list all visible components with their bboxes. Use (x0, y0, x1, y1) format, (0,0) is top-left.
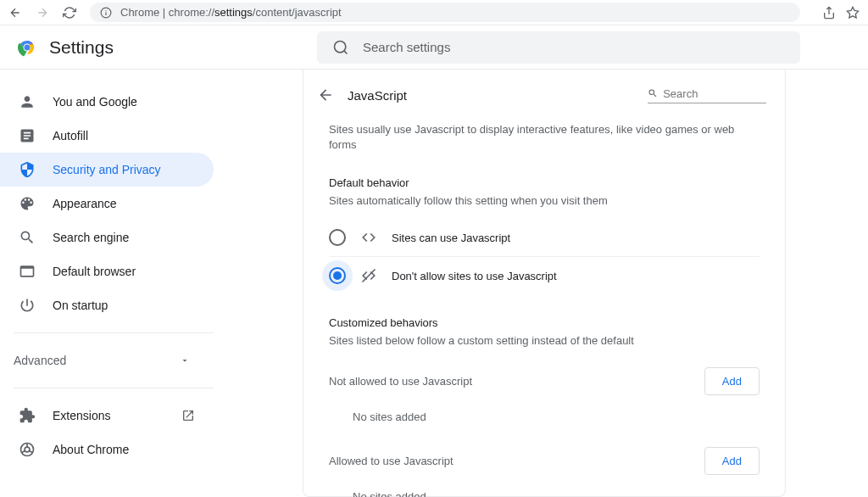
not-allowed-empty: No sites added (329, 404, 760, 438)
sidebar-extensions[interactable]: Extensions (0, 399, 214, 433)
sidebar-item-search-engine[interactable]: Search engine (0, 221, 214, 254)
not-allowed-label: Not allowed to use Javascript (329, 375, 472, 388)
sidebar-item-label: On startup (53, 299, 108, 312)
extension-icon (19, 407, 36, 424)
sidebar-item-security-privacy[interactable]: Security and Privacy (0, 153, 214, 187)
default-behavior-sub: Sites automatically follow this setting … (329, 194, 760, 219)
svg-rect-2 (105, 12, 106, 15)
reload-button[interactable] (63, 6, 76, 20)
search-icon (332, 39, 349, 56)
default-behavior-title: Default behavior (329, 171, 760, 194)
person-icon (19, 93, 36, 110)
forward-button[interactable] (36, 6, 49, 20)
customized-behaviors-sub: Sites listed below follow a custom setti… (329, 334, 760, 359)
palette-icon (19, 195, 36, 212)
customized-behaviors-title: Customized behaviors (329, 311, 760, 334)
page-description: Sites usually use Javascript to display … (329, 120, 760, 171)
add-not-allowed-button[interactable]: Add (704, 367, 760, 395)
radio-checked-icon (329, 267, 346, 284)
open-external-icon (181, 409, 195, 422)
sidebar-item-label: Autofill (53, 129, 88, 142)
sidebar-item-appearance[interactable]: Appearance (0, 187, 214, 221)
shield-icon (19, 161, 36, 178)
code-icon (361, 230, 376, 245)
content-search-input[interactable] (663, 87, 766, 100)
allowed-row: Allowed to use Javascript Add (329, 438, 760, 483)
address-bar[interactable]: Chrome | chrome://settings/content/javas… (90, 3, 800, 22)
sidebar-item-default-browser[interactable]: Default browser (0, 254, 214, 288)
settings-header: Settings Search settings (0, 25, 868, 70)
power-icon (19, 297, 36, 314)
svg-point-1 (105, 10, 106, 11)
sidebar-item-label: Security and Privacy (53, 163, 161, 176)
radio-label: Don't allow sites to use Javascript (392, 270, 557, 282)
back-button[interactable] (8, 6, 22, 20)
radio-unchecked-icon (329, 229, 346, 246)
sidebar: You and Google Autofill Security and Pri… (0, 70, 220, 497)
settings-back-button[interactable] (312, 81, 339, 109)
sidebar-item-label: Default browser (53, 265, 136, 278)
svg-line-14 (363, 270, 376, 282)
svg-point-6 (25, 44, 31, 50)
code-off-icon (361, 268, 376, 283)
search-placeholder: Search settings (363, 40, 450, 54)
svg-point-7 (335, 41, 346, 52)
settings-search[interactable]: Search settings (317, 31, 800, 64)
not-allowed-row: Not allowed to use Javascript Add (329, 359, 760, 404)
extensions-label: Extensions (53, 409, 110, 422)
sidebar-about-chrome[interactable]: About Chrome (0, 433, 214, 466)
sidebar-advanced[interactable]: Advanced (0, 343, 214, 377)
radio-label: Sites can use Javascript (392, 232, 510, 244)
sidebar-item-label: Appearance (53, 197, 117, 210)
svg-line-8 (344, 50, 348, 53)
sidebar-item-label: Search engine (53, 231, 129, 244)
svg-marker-3 (847, 7, 858, 18)
browser-icon (19, 263, 36, 280)
sidebar-item-on-startup[interactable]: On startup (0, 288, 214, 322)
svg-line-13 (22, 451, 25, 453)
site-info-icon (100, 7, 112, 19)
chrome-outline-icon (19, 441, 36, 458)
radio-allow-javascript[interactable]: Sites can use Javascript (329, 219, 760, 257)
radio-block-javascript[interactable]: Don't allow sites to use Javascript (329, 257, 760, 294)
add-allowed-button[interactable]: Add (704, 447, 760, 475)
svg-point-10 (25, 447, 30, 452)
sidebar-item-you-and-google[interactable]: You and Google (0, 85, 214, 119)
url-text: Chrome | chrome://settings/content/javas… (120, 6, 342, 19)
svg-line-12 (30, 451, 33, 453)
sidebar-item-label: You and Google (53, 95, 137, 109)
chrome-logo-icon (17, 37, 37, 58)
bookmark-star-icon[interactable] (846, 6, 860, 20)
browser-toolbar: Chrome | chrome://settings/content/javas… (0, 0, 868, 25)
page-title: JavaScript (348, 88, 407, 103)
sidebar-divider (14, 332, 214, 333)
sidebar-item-autofill[interactable]: Autofill (0, 119, 214, 153)
content-search[interactable] (648, 87, 766, 103)
allowed-label: Allowed to use Javascript (329, 455, 453, 467)
search-icon (19, 229, 36, 246)
settings-card: JavaScript Sites usually use Javascript … (303, 70, 786, 497)
share-icon[interactable] (822, 6, 836, 20)
chevron-down-icon (180, 355, 190, 366)
card-header: JavaScript (303, 70, 785, 120)
about-chrome-label: About Chrome (53, 443, 129, 456)
advanced-label: Advanced (14, 354, 66, 367)
search-icon (648, 87, 658, 99)
sidebar-divider (14, 388, 214, 388)
autofill-icon (19, 127, 36, 144)
allowed-empty: No sites added (329, 483, 760, 497)
settings-title: Settings (49, 37, 114, 58)
